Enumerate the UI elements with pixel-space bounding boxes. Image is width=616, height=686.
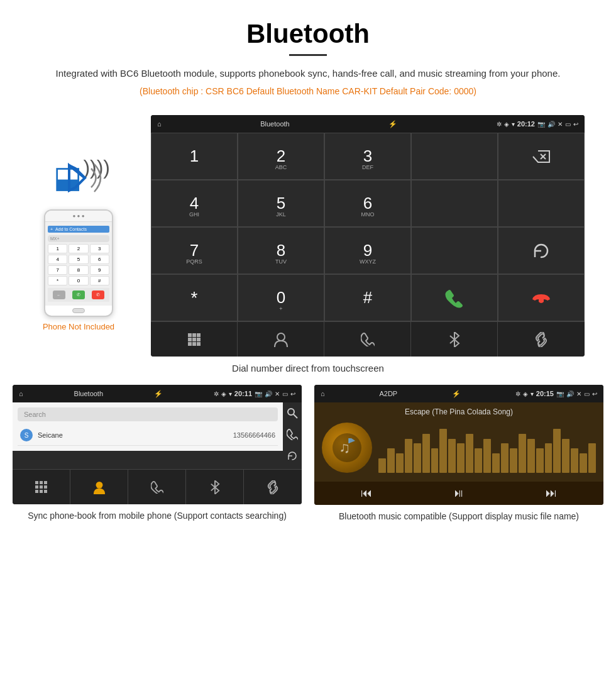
pb-phone-icon xyxy=(151,481,163,494)
music-cam-icon: 📷 xyxy=(556,390,564,397)
phone-key-1: 1 xyxy=(48,244,67,253)
usb-icon: ⚡ xyxy=(388,120,397,128)
music-bar xyxy=(483,439,491,473)
dial-end-btn[interactable] xyxy=(498,274,585,321)
phone-key-9: 9 xyxy=(90,265,109,275)
android-bottom-bar xyxy=(151,321,585,357)
dial-key-star[interactable]: * xyxy=(151,274,238,321)
location-icon: ◈ xyxy=(504,121,509,128)
music-bar xyxy=(492,453,500,473)
music-time: 20:15 xyxy=(536,390,554,397)
pb-win-icon: ▭ xyxy=(282,390,288,397)
svg-marker-1 xyxy=(69,165,85,178)
dial-key-6[interactable]: 6MNO xyxy=(324,180,411,227)
music-bar xyxy=(553,429,561,473)
pb-bottom-apps[interactable] xyxy=(13,470,70,504)
svg-rect-23 xyxy=(35,485,38,489)
title-divider xyxy=(289,54,327,56)
dial-key-9[interactable]: 9WXYZ xyxy=(324,227,411,274)
page-specs: (Bluetooth chip : CSR BC6 Default Blueto… xyxy=(38,86,578,96)
music-caption-text: Bluetooth music compatible (Support disp… xyxy=(339,511,579,521)
dial-key-0[interactable]: 0+ xyxy=(238,274,324,321)
pb-refresh-icon[interactable] xyxy=(287,450,298,464)
close-icon: ✕ xyxy=(558,121,563,128)
music-bar xyxy=(414,443,421,473)
phone-key-2: 2 xyxy=(69,244,88,253)
pb-bottom-phone[interactable] xyxy=(128,470,186,504)
music-prev-btn[interactable]: ⏮ xyxy=(361,487,372,500)
svg-rect-24 xyxy=(40,485,43,489)
pb-title: Bluetooth xyxy=(74,390,103,397)
pb-search-icon[interactable] xyxy=(287,407,298,421)
pb-bottom-bluetooth[interactable] xyxy=(186,470,244,504)
phone-home-btn xyxy=(72,308,85,313)
music-bar xyxy=(439,429,447,473)
svg-rect-20 xyxy=(35,481,38,484)
music-visualizer xyxy=(378,423,596,473)
bottom-bluetooth-icon[interactable] xyxy=(411,322,498,357)
phonebook-content: Search S Seicane 13566664466 xyxy=(13,402,283,451)
dial-backspace-btn[interactable] xyxy=(498,133,585,180)
dial-key-4[interactable]: 4GHI xyxy=(151,180,238,227)
phonebook-caption: Sync phone-book from mobile phone (Suppo… xyxy=(13,509,302,523)
pb-loc-icon: ◈ xyxy=(221,390,226,397)
dial-refresh-btn[interactable] xyxy=(498,227,585,274)
phone-bottom-bar: ← ✆ ✆ xyxy=(48,288,109,302)
bottom-apps-icon[interactable] xyxy=(151,322,238,357)
music-play-pause-btn[interactable]: ⏯ xyxy=(453,487,465,500)
svg-rect-7 xyxy=(197,333,201,337)
dial-key-7[interactable]: 7PQRS xyxy=(151,227,238,274)
home-icon: ⌂ xyxy=(157,120,162,128)
music-bar xyxy=(387,448,395,473)
music-status-icons: ✲ ◈ ▾ 20:15 📷 🔊 ✕ ▭ ↩ xyxy=(515,390,597,397)
phone-illustration: ⬓ )))) ● ● ● xyxy=(13,115,145,331)
svg-line-32 xyxy=(211,487,214,490)
phonebook-android-screen: ⌂ Bluetooth ⚡ ✲ ◈ ▾ 20:11 📷 🔊 ✕ ▭ ↩ xyxy=(13,385,302,504)
bluetooth-logo-svg xyxy=(47,153,110,203)
phonebook-contact-row: S Seicane 13566664466 xyxy=(18,425,278,446)
bluetooth-status-icon: ✲ xyxy=(497,121,502,128)
pb-bluetooth-icon xyxy=(210,480,220,494)
camera-icon: 📷 xyxy=(537,121,545,128)
music-loc-icon: ◈ xyxy=(523,390,528,397)
music-bar xyxy=(571,448,578,473)
bottom-link-icon[interactable] xyxy=(498,322,585,357)
pb-bottom-link[interactable] xyxy=(244,470,302,504)
dial-key-5[interactable]: 5JKL xyxy=(238,180,324,227)
refresh-icon xyxy=(532,241,551,260)
svg-point-14 xyxy=(277,333,285,341)
dial-key-8[interactable]: 8TUV xyxy=(238,227,324,274)
phonebook-screen-wrapper: ⌂ Bluetooth ⚡ ✲ ◈ ▾ 20:11 📷 🔊 ✕ ▭ ↩ xyxy=(13,385,302,523)
pb-call-icon[interactable] xyxy=(287,429,298,443)
pb-usb-icon: ⚡ xyxy=(154,390,163,398)
music-album-icon: ♫ xyxy=(331,432,363,463)
svg-line-31 xyxy=(211,484,214,487)
phonebook-main-row: Search S Seicane 13566664466 xyxy=(13,402,302,469)
svg-rect-27 xyxy=(40,490,43,493)
dial-display-area xyxy=(411,133,498,180)
music-bar xyxy=(378,458,386,473)
dial-empty-1 xyxy=(411,180,498,227)
pb-time: 20:11 xyxy=(234,390,252,397)
music-bar xyxy=(457,443,465,473)
link-icon xyxy=(534,332,549,347)
phonebook-search-bar[interactable]: Search xyxy=(18,407,278,421)
dial-call-btn[interactable] xyxy=(411,274,498,321)
pb-bottom-contacts-active[interactable] xyxy=(70,470,128,504)
contact-number: 13566664466 xyxy=(233,431,275,439)
svg-rect-5 xyxy=(188,333,192,337)
phonebook-search-placeholder: Search xyxy=(24,411,46,418)
dial-key-1[interactable]: 1 xyxy=(151,133,238,180)
page-description: Integrated with BC6 Bluetooth module, su… xyxy=(38,66,578,81)
dial-key-3[interactable]: 3DEF xyxy=(324,133,411,180)
dial-key-2[interactable]: 2ABC xyxy=(238,133,324,180)
bluetooth-icon-area: ⬓ )))) xyxy=(47,153,110,203)
bottom-phone-icon[interactable] xyxy=(324,322,411,357)
person-icon xyxy=(274,332,288,347)
music-song-title: Escape (The Pina Colada Song) xyxy=(405,407,513,416)
music-next-btn[interactable]: ⏭ xyxy=(546,487,557,500)
bottom-contacts-icon[interactable] xyxy=(238,322,324,357)
music-bar xyxy=(562,439,569,473)
svg-rect-26 xyxy=(35,490,38,493)
dial-key-hash[interactable]: # xyxy=(324,274,411,321)
